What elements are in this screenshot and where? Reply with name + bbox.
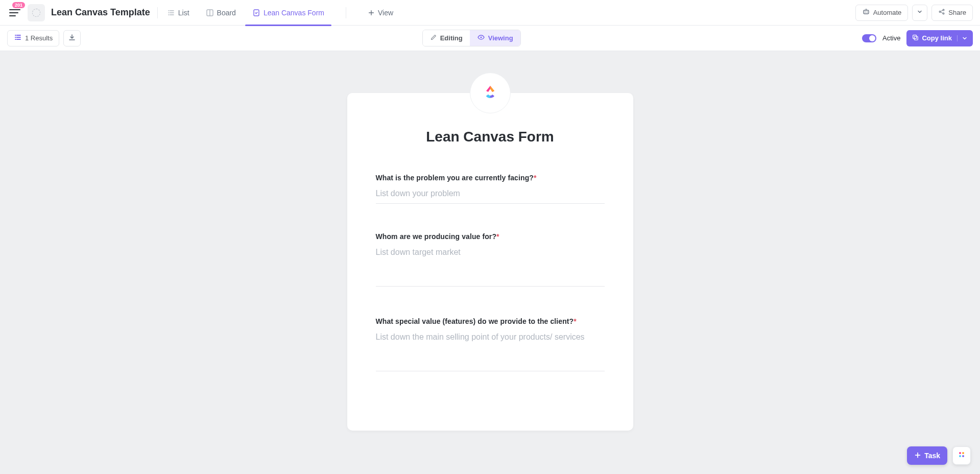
editing-mode[interactable]: Editing (423, 30, 470, 46)
svg-point-6 (943, 9, 944, 11)
divider (157, 7, 158, 18)
share-button[interactable]: Share (931, 5, 973, 21)
form-card: Lean Canvas Form What is the problem you… (347, 93, 633, 431)
problem-input[interactable] (376, 182, 605, 204)
form-canvas: Lean Canvas Form What is the problem you… (0, 51, 980, 474)
required-marker: * (496, 232, 499, 241)
copy-link-label: Copy link (922, 34, 952, 42)
automate-dropdown[interactable] (912, 5, 927, 21)
form-icon (252, 9, 260, 17)
field-label: Whom are we producing value for?* (376, 232, 605, 241)
required-marker: * (534, 174, 537, 182)
tab-list[interactable]: List (165, 0, 192, 26)
svg-point-7 (943, 13, 944, 14)
tab-board[interactable]: Board (204, 0, 238, 26)
target-market-input[interactable] (376, 241, 605, 287)
svg-point-14 (962, 455, 964, 457)
svg-rect-10 (915, 36, 918, 40)
plus-icon (914, 452, 921, 460)
active-label: Active (882, 34, 900, 42)
share-label: Share (948, 9, 966, 16)
svg-point-8 (480, 36, 482, 38)
selling-point-input[interactable] (376, 325, 605, 371)
fab-zone: Task (907, 446, 971, 465)
field-special-value: What special value (features) do we prov… (376, 317, 605, 373)
task-label: Task (924, 452, 940, 460)
automate-button[interactable]: Automate (855, 5, 909, 21)
copy-icon (912, 34, 919, 42)
new-task-button[interactable]: Task (907, 446, 947, 465)
pencil-icon (430, 34, 437, 42)
plus-icon (368, 9, 375, 16)
svg-rect-1 (254, 10, 259, 16)
tab-lean-canvas-form[interactable]: Lean Canvas Form (250, 0, 326, 26)
divider (346, 7, 346, 18)
tab-label: Board (217, 9, 236, 17)
form-title: Lean Canvas Form (376, 129, 605, 145)
chevron-down-icon (917, 9, 923, 16)
svg-point-5 (939, 11, 941, 13)
field-value-for: Whom are we producing value for?* (376, 232, 605, 289)
svg-point-4 (867, 12, 868, 13)
copy-link-button[interactable]: Copy link (906, 30, 973, 46)
field-problem: What is the problem you are currently fa… (376, 174, 605, 204)
apps-button[interactable] (952, 446, 971, 465)
share-icon (938, 8, 945, 17)
chevron-down-icon (957, 35, 968, 41)
viewing-label: Viewing (488, 34, 513, 42)
apps-icon (958, 451, 966, 461)
page-title[interactable]: Lean Canvas Template (51, 7, 150, 18)
tab-label: List (178, 9, 189, 17)
viewing-mode[interactable]: Viewing (470, 30, 520, 46)
workspace-icon[interactable] (28, 4, 45, 21)
robot-icon (862, 8, 870, 17)
board-icon (206, 9, 214, 17)
menu-button[interactable]: 201 (7, 5, 22, 20)
hamburger-icon (9, 9, 20, 16)
active-toggle[interactable] (862, 34, 876, 42)
list-icon (167, 9, 175, 17)
svg-point-12 (962, 452, 964, 454)
required-marker: * (573, 317, 577, 325)
download-icon (68, 33, 76, 43)
notification-badge: 201 (12, 2, 25, 8)
tab-label: Lean Canvas Form (264, 9, 324, 17)
eye-icon (477, 33, 485, 43)
tab-label: View (378, 9, 393, 17)
field-label: What is the problem you are currently fa… (376, 174, 605, 182)
list-icon (14, 33, 22, 43)
svg-point-13 (959, 455, 961, 457)
sub-bar: 1 Results Editing Viewing Active (0, 26, 980, 51)
svg-rect-2 (864, 10, 869, 14)
results-button[interactable]: 1 Results (7, 30, 59, 46)
svg-point-3 (865, 12, 866, 13)
svg-point-11 (959, 452, 961, 454)
edit-view-toggle: Editing Viewing (422, 30, 521, 46)
view-tabs: List Board Lean Canvas Form View (165, 0, 395, 26)
results-label: 1 Results (25, 34, 53, 42)
download-button[interactable] (63, 30, 81, 46)
clickup-logo-icon (480, 83, 500, 103)
dashed-circle-icon (32, 9, 40, 17)
editing-label: Editing (440, 34, 463, 42)
automate-label: Automate (873, 9, 902, 16)
top-bar: 201 Lean Canvas Template List Board Lean… (0, 0, 980, 26)
field-label: What special value (features) do we prov… (376, 317, 605, 325)
svg-rect-9 (913, 35, 917, 39)
app-logo (470, 73, 511, 113)
tab-add-view[interactable]: View (366, 0, 395, 26)
